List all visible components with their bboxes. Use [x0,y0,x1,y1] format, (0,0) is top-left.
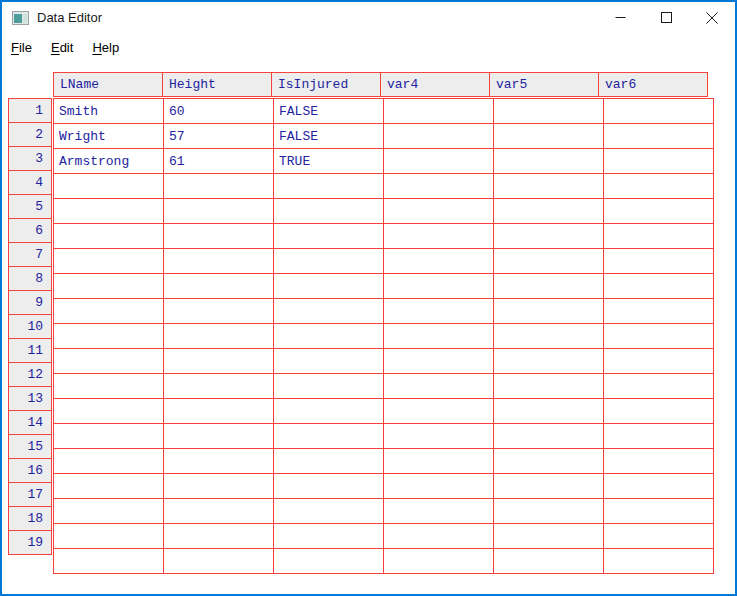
data-cell[interactable] [604,149,714,174]
column-header-IsInjured[interactable]: IsInjured [271,72,381,97]
column-header-Height[interactable]: Height [162,72,272,97]
data-cell[interactable] [164,399,274,424]
row-number[interactable]: 19 [8,530,52,555]
data-cell[interactable] [384,249,494,274]
data-cell[interactable] [494,224,604,249]
data-cell[interactable] [164,349,274,374]
data-cell[interactable] [384,299,494,324]
data-cell[interactable] [164,299,274,324]
data-cell[interactable] [494,424,604,449]
data-cell[interactable] [164,324,274,349]
data-cell[interactable] [54,249,164,274]
data-cell[interactable] [384,149,494,174]
data-cell[interactable] [604,474,714,499]
data-cell[interactable] [274,549,384,574]
row-number[interactable]: 6 [8,218,52,243]
data-cell[interactable] [604,99,714,124]
data-cell[interactable] [384,374,494,399]
data-cell[interactable] [54,524,164,549]
row-number[interactable]: 16 [8,458,52,483]
data-cell[interactable] [494,474,604,499]
row-number[interactable]: 18 [8,506,52,531]
data-cell[interactable] [274,274,384,299]
row-number[interactable]: 7 [8,242,52,267]
data-cell[interactable] [494,374,604,399]
data-cell[interactable] [494,449,604,474]
row-number[interactable]: 5 [8,194,52,219]
data-cell[interactable] [384,349,494,374]
data-cell[interactable] [54,374,164,399]
data-cell[interactable] [604,349,714,374]
data-cell[interactable] [384,549,494,574]
data-cell[interactable] [274,324,384,349]
data-cell[interactable] [54,349,164,374]
data-cell[interactable] [164,224,274,249]
data-cell[interactable]: 60 [164,99,274,124]
data-cell[interactable] [384,524,494,549]
data-cell[interactable] [164,199,274,224]
row-number[interactable]: 8 [8,266,52,291]
data-cell[interactable]: 61 [164,149,274,174]
data-cell[interactable] [494,124,604,149]
data-cell[interactable] [384,474,494,499]
data-cell[interactable] [494,399,604,424]
data-cell[interactable] [604,424,714,449]
data-cell[interactable] [274,199,384,224]
data-cell[interactable]: FALSE [274,99,384,124]
data-cell[interactable] [164,249,274,274]
data-cell[interactable] [274,399,384,424]
data-cell[interactable] [604,324,714,349]
data-cell[interactable] [384,324,494,349]
data-cell[interactable] [164,449,274,474]
data-cell[interactable] [164,374,274,399]
data-cell[interactable] [274,224,384,249]
data-cell[interactable] [274,374,384,399]
data-cell[interactable] [604,399,714,424]
data-cell[interactable] [384,124,494,149]
data-cell[interactable] [274,424,384,449]
data-cell[interactable] [54,199,164,224]
data-cell[interactable] [494,274,604,299]
data-cell[interactable] [164,524,274,549]
data-cell[interactable] [54,174,164,199]
data-cell[interactable] [604,549,714,574]
data-cell[interactable] [54,424,164,449]
data-cell[interactable]: Armstrong [54,149,164,174]
data-cell[interactable] [54,474,164,499]
data-cell[interactable] [384,499,494,524]
data-cell[interactable] [164,499,274,524]
row-number[interactable]: 9 [8,290,52,315]
data-cell[interactable] [164,549,274,574]
data-cell[interactable] [494,174,604,199]
data-cell[interactable] [494,299,604,324]
row-number[interactable]: 17 [8,482,52,507]
data-cell[interactable] [604,524,714,549]
data-cell[interactable] [274,449,384,474]
data-cell[interactable] [274,299,384,324]
data-cell[interactable] [54,449,164,474]
data-cell[interactable] [54,324,164,349]
row-number[interactable]: 13 [8,386,52,411]
row-number[interactable]: 14 [8,410,52,435]
data-cell[interactable] [274,499,384,524]
data-cell[interactable] [494,149,604,174]
data-cell[interactable] [274,249,384,274]
row-number[interactable]: 3 [8,146,52,171]
data-cell[interactable] [604,374,714,399]
data-cell[interactable] [604,274,714,299]
row-number[interactable]: 12 [8,362,52,387]
column-header-LName[interactable]: LName [53,72,163,97]
data-cell[interactable] [54,274,164,299]
data-cell[interactable] [604,174,714,199]
data-cell[interactable] [494,524,604,549]
data-cell[interactable] [604,124,714,149]
data-cell[interactable] [494,199,604,224]
data-cell[interactable] [164,424,274,449]
data-cell[interactable] [604,224,714,249]
data-cell[interactable] [384,274,494,299]
data-cell[interactable] [384,224,494,249]
row-number[interactable]: 2 [8,122,52,147]
data-cell[interactable] [384,399,494,424]
data-cell[interactable] [274,524,384,549]
data-cell[interactable] [274,474,384,499]
